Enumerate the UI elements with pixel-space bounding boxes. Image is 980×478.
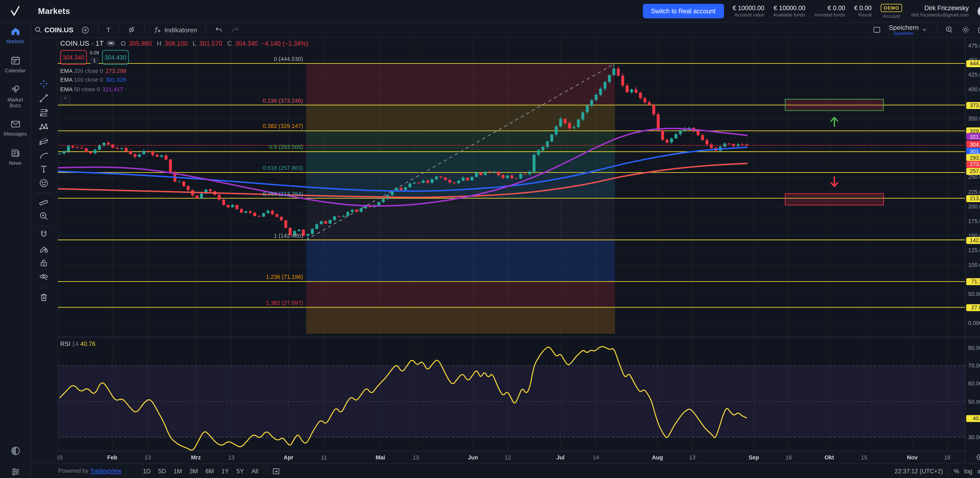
percent-scale-button[interactable]: % — [954, 467, 959, 475]
account-type[interactable]: DEMO Account — [881, 3, 902, 19]
ohlc-open-value: 305.980 — [129, 40, 152, 47]
quantity-value[interactable]: 1 — [90, 57, 99, 64]
price-badge-273.299: 273.299 — [966, 160, 980, 168]
price-badge-444.530: 444.530 — [966, 60, 980, 67]
projection-tool[interactable] — [38, 135, 49, 146]
range-All[interactable]: All — [248, 466, 261, 476]
tradingview-link[interactable]: TradingView — [90, 468, 121, 474]
goto-date-button[interactable] — [272, 467, 280, 475]
zoom-in-tool[interactable] — [38, 211, 49, 221]
drawing-mode-lock-tool[interactable] — [38, 244, 49, 254]
chevron-down-icon — [921, 27, 928, 33]
ema-50-legend[interactable]: EMA 50 close 0321.417 — [60, 86, 308, 92]
left-sidebar: Markets Calendar Market Buzz Messages Ne… — [0, 22, 31, 478]
log-scale-button[interactable]: log — [964, 467, 972, 475]
crosshair-tool[interactable] — [38, 79, 49, 89]
time-axis[interactable]: 15Feb13Mrz13Apr11Mai13Jun12Jul14Aug13Sep… — [57, 451, 965, 464]
sidebar-item-calendar[interactable]: Calendar — [0, 55, 30, 73]
sidebar-item-news[interactable]: News — [0, 148, 30, 166]
price-badge-301.026: 301.026 — [966, 148, 980, 155]
stat-account-value: € 10000.00 Account value — [733, 4, 764, 18]
time-label: Apr — [283, 454, 293, 461]
range-1M[interactable]: 1M — [170, 466, 185, 476]
rsi-legend[interactable]: RSI 14 40.76 — [60, 340, 95, 347]
emoji-tool[interactable] — [38, 178, 49, 188]
legend-more-button[interactable] — [107, 40, 116, 46]
legend-collapse-button[interactable]: ⌃ — [60, 95, 70, 104]
price-badge-142.480: 142.480 — [966, 237, 980, 244]
user-info[interactable]: Dirk Friczewsky dirk.friczewsky@gmail.co… — [912, 4, 969, 18]
quick-search-button[interactable] — [941, 25, 957, 34]
green-target-box[interactable] — [785, 99, 884, 111]
flash-search-icon — [945, 25, 953, 34]
screenshot-button[interactable] — [974, 25, 980, 34]
sidebar-item-messages[interactable]: Messages — [0, 119, 30, 137]
remove-drawings-tool[interactable] — [38, 292, 49, 302]
stat-result: € 0.00 Result — [854, 4, 872, 18]
xabcd-pattern-tool[interactable] — [38, 122, 49, 132]
ema-100-legend[interactable]: EMA 100 close 0301.026 — [60, 76, 308, 83]
rsi-tick: 60.00 — [968, 380, 980, 387]
buy-button[interactable]: 304.430 — [102, 50, 129, 65]
compare-add-button[interactable] — [77, 25, 93, 34]
hide-all-drawings-tool[interactable] — [38, 272, 49, 282]
interval-button[interactable]: T — [103, 26, 115, 34]
axis-settings-corner[interactable] — [966, 451, 980, 463]
fib-label-1: 1 (142.480) — [190, 232, 303, 238]
red-stop-box[interactable] — [785, 193, 884, 205]
fib-retracement-tool[interactable] — [38, 107, 49, 118]
ema-200-legend[interactable]: EMA 200 close 0273.299 — [60, 67, 308, 74]
legend-symbol[interactable]: COIN.US · 1T — [60, 40, 103, 47]
up-arrow-icon[interactable] — [830, 117, 839, 129]
rsi-tick: 70.00 — [968, 363, 980, 369]
range-1Y[interactable]: 1Y — [218, 466, 232, 476]
price-tick: 400.000 — [968, 86, 980, 92]
range-1D[interactable]: 1D — [140, 466, 154, 476]
undo-button[interactable] — [211, 25, 227, 34]
redo-button[interactable] — [227, 25, 243, 34]
sidebar-item-market-buzz[interactable]: Market Buzz — [0, 84, 30, 108]
lock-all-drawings-tool[interactable] — [38, 258, 49, 268]
candlestick-icon — [127, 25, 136, 34]
pane-divider[interactable] — [57, 337, 980, 338]
range-5Y[interactable]: 5Y — [233, 466, 247, 476]
range-5D[interactable]: 5D — [155, 466, 169, 476]
sell-button[interactable]: 304.340 — [60, 50, 87, 65]
spread-value: 0.09 — [90, 50, 99, 56]
clock[interactable]: 22:37:12 (UTC+2) — [894, 467, 943, 475]
range-6M[interactable]: 6M — [202, 466, 217, 476]
price-tick: 100.000 — [968, 262, 980, 268]
time-label: 13 — [689, 454, 695, 461]
avatar[interactable] — [978, 5, 980, 17]
save-layout-button[interactable]: Speichern Speichern — [885, 24, 931, 36]
brush-tool[interactable] — [38, 150, 49, 160]
down-arrow-icon[interactable] — [830, 176, 839, 188]
indicators-button[interactable]: Indikatoren — [149, 25, 201, 34]
ohlc-low-value: 301.570 — [199, 40, 222, 47]
range-3M[interactable]: 3M — [186, 466, 201, 476]
symbol-search[interactable]: COIN.US — [30, 26, 77, 34]
chart-settings-button[interactable] — [957, 25, 974, 34]
header-account-bar: Switch to Real account € 10000.00 Accoun… — [643, 3, 980, 19]
measure-tool[interactable] — [38, 197, 49, 206]
magnet-tool[interactable] — [38, 229, 49, 240]
time-label: Jun — [468, 454, 478, 461]
switch-to-real-account-button[interactable]: Switch to Real account — [643, 4, 724, 18]
fib-label-0.382: 0.382 (329.147) — [190, 123, 303, 130]
fx-icon — [153, 25, 162, 34]
sidebar-item-markets[interactable]: Markets — [0, 26, 30, 44]
time-label: 14 — [593, 454, 599, 461]
layout-panel-button[interactable] — [869, 25, 885, 34]
chart-type-button[interactable] — [124, 25, 140, 34]
rsi-chart-canvas[interactable] — [57, 338, 965, 451]
text-tool[interactable] — [38, 164, 49, 174]
price-axis[interactable]: 475.000450.000425.000400.000350.000250.0… — [966, 37, 980, 451]
preferences-sliders-icon[interactable] — [0, 467, 30, 477]
brand-logo-icon[interactable] — [0, 0, 30, 22]
app-header: Markets Switch to Real account € 10000.0… — [0, 0, 980, 23]
theme-toggle-icon[interactable] — [0, 445, 30, 456]
auto-scale-button[interactable]: auto — [977, 467, 980, 475]
trendline-tool[interactable] — [38, 93, 49, 103]
home-icon — [10, 26, 21, 37]
price-badge-373.246: 373.246 — [966, 102, 980, 109]
